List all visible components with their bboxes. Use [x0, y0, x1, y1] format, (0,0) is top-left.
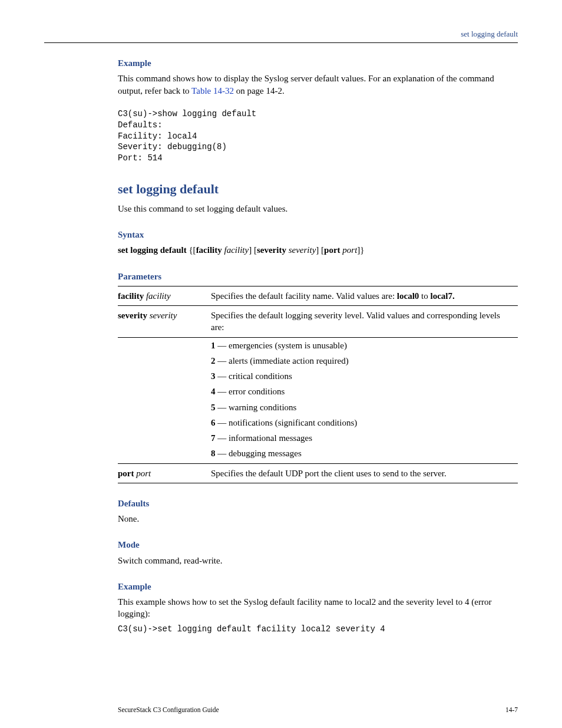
example-text: This example shows how to set the Syslog…	[118, 596, 518, 620]
defaults-text: None.	[118, 513, 518, 525]
table-row: 8 — debugging messages	[118, 446, 518, 463]
table-row: severity severity Specifies the default …	[118, 306, 518, 338]
page-header: set logging default	[44, 29, 518, 42]
footer-right: 14-7	[505, 706, 518, 715]
parameters-heading: Parameters	[118, 271, 518, 282]
parameters-table: facility facility Specifies the default …	[118, 286, 518, 483]
table-row: 1 — emergencies (system is unusable)	[118, 337, 518, 353]
mode-text: Switch command, read-write.	[118, 555, 518, 566]
syntax-rest: {[facility facility] [severity severity]…	[187, 245, 365, 255]
command-desc: Use this command to set logging default …	[118, 203, 518, 215]
intro-pre: This command shows how to display the Sy…	[118, 74, 494, 95]
sev-item: 7 — informational messages	[211, 430, 518, 446]
param-name: facility facility	[118, 286, 211, 305]
param-name: severity severity	[118, 306, 211, 338]
param-desc: Specifies the default UDP port the clien…	[211, 463, 518, 483]
param-desc: Specifies the default logging severity l…	[211, 306, 518, 338]
param-desc: Specifies the default facility name. Val…	[211, 286, 518, 305]
param-name: port port	[118, 463, 211, 483]
sev-item: 8 — debugging messages	[211, 446, 518, 463]
page-footer: SecureStack C3 Configuration Guide 14-7	[118, 706, 518, 715]
table-row: 4 — error conditions	[118, 384, 518, 399]
table-ref-link[interactable]: Table 14-32	[191, 86, 234, 95]
defaults-heading: Defaults	[118, 498, 518, 509]
sev-item: 5 — warning conditions	[211, 400, 518, 415]
table-row: port port Specifies the default UDP port…	[118, 463, 518, 483]
intro-code-block: C3(su)->show logging default Defaults: F…	[118, 108, 518, 164]
sev-item: 3 — critical conditions	[211, 368, 518, 384]
syntax-kw: set logging default	[118, 245, 187, 255]
table-row: 2 — alerts (immediate action required)	[118, 353, 518, 368]
command-title: set logging default	[118, 180, 518, 198]
sev-item: 6 — notifications (significant condition…	[211, 415, 518, 430]
sev-item: 1 — emergencies (system is unusable)	[211, 337, 518, 353]
example-heading-top: Example	[118, 57, 518, 69]
intro-post: on page 14-2.	[234, 86, 285, 95]
footer-left: SecureStack C3 Configuration Guide	[118, 706, 219, 715]
table-row: 3 — critical conditions	[118, 368, 518, 384]
sev-item: 4 — error conditions	[211, 384, 518, 399]
syntax-line: set logging default {[facility facility]…	[118, 244, 518, 256]
sev-item: 2 — alerts (immediate action required)	[211, 353, 518, 368]
table-row: 7 — informational messages	[118, 430, 518, 446]
page: set logging default Example This command…	[0, 0, 562, 728]
syntax-heading: Syntax	[118, 229, 518, 241]
header-right: set logging default	[461, 29, 518, 39]
table-row: 6 — notifications (significant condition…	[118, 415, 518, 430]
content: Example This command shows how to displa…	[118, 57, 518, 714]
header-rule	[44, 42, 518, 43]
table-row: 5 — warning conditions	[118, 400, 518, 415]
example-code-block: C3(su)->set logging default facility loc…	[118, 624, 518, 635]
table-row: facility facility Specifies the default …	[118, 286, 518, 305]
intro-paragraph: This command shows how to display the Sy…	[118, 73, 518, 97]
example-heading: Example	[118, 581, 518, 592]
mode-heading: Mode	[118, 539, 518, 551]
